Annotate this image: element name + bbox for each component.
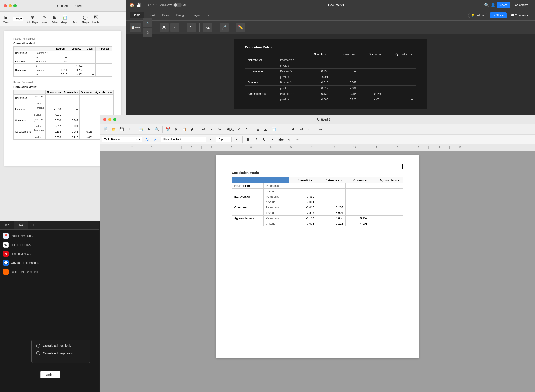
- lo-new-icon[interactable]: 📄: [102, 126, 109, 133]
- style-btn2-icon[interactable]: A↓: [152, 136, 159, 143]
- style-btn1-icon[interactable]: A↑: [144, 136, 151, 143]
- tell-me-button[interactable]: 💡 Tell me: [468, 13, 487, 18]
- lo-textbox-icon[interactable]: T: [279, 126, 286, 133]
- shape-toolbar-item[interactable]: ◯ Shape: [82, 14, 89, 24]
- maximize-button[interactable]: [14, 4, 17, 7]
- paste-button[interactable]: 📋Paste: [130, 23, 141, 32]
- styles-button[interactable]: Aa: [203, 23, 212, 32]
- add-page-toolbar-item[interactable]: ⊕ Add Page: [27, 14, 38, 24]
- more-icon[interactable]: •••: [153, 3, 157, 7]
- more-tabs-icon[interactable]: »: [205, 12, 211, 18]
- share-button-2[interactable]: ↗ Share: [490, 12, 507, 18]
- lo-close-button[interactable]: [103, 118, 107, 121]
- cut-icon[interactable]: ✂️: [143, 18, 152, 27]
- lo-paste-icon[interactable]: 📋: [181, 126, 188, 133]
- lo-page[interactable]: Correlation Matrix Neuroticism Extravers…: [216, 155, 419, 358]
- lo-doc-area[interactable]: Correlation Matrix Neuroticism Extravers…: [100, 151, 535, 392]
- comments-button[interactable]: Comments: [512, 2, 531, 8]
- size-select[interactable]: 12 pt: [216, 137, 232, 142]
- underline-dropdown-icon[interactable]: ▾: [269, 136, 276, 143]
- lo-maximize-button[interactable]: [113, 118, 116, 121]
- tab-item-1[interactable]: Tab: [0, 220, 14, 229]
- tab-item-3[interactable]: +: [28, 220, 39, 229]
- lo-save-icon[interactable]: 💾: [118, 126, 125, 133]
- view-toolbar-item[interactable]: ⊞ View: [3, 14, 9, 24]
- home-icon[interactable]: 🏠: [130, 2, 135, 7]
- browser-item-netflix[interactable]: N How To View Cli...: [0, 249, 99, 258]
- paragraph-button[interactable]: ¶: [187, 23, 196, 32]
- table-row: p-value 0.003 0.223 <.001 —: [245, 97, 416, 102]
- lo-minimize-button[interactable]: [108, 118, 111, 121]
- editor-button[interactable]: ✏️: [236, 23, 245, 32]
- insert-toolbar-item[interactable]: ✎ Insert: [41, 14, 48, 24]
- browser-item-html[interactable]: ⬡ pasteHTML - WebPlatf...: [0, 267, 99, 276]
- tab-home[interactable]: Home: [130, 12, 144, 19]
- people-icon[interactable]: 👤: [490, 2, 495, 7]
- dictate-button[interactable]: 🎤: [220, 23, 228, 32]
- underline-button[interactable]: U: [261, 136, 268, 143]
- minimize-button[interactable]: [9, 4, 12, 7]
- undo-arrow-icon[interactable]: ⟳: [148, 3, 151, 7]
- lo-sub-icon[interactable]: x₂: [306, 126, 313, 133]
- tab-design[interactable]: Design: [173, 12, 189, 18]
- close-button[interactable]: [4, 4, 7, 7]
- font-down-icon[interactable]: ▾: [170, 23, 179, 32]
- lo-more-icon[interactable]: ⋯▾: [317, 126, 324, 133]
- tab-item-2[interactable]: Tab: [14, 220, 28, 229]
- traffic-lights: [4, 4, 17, 7]
- paragraph-group: ¶: [187, 23, 196, 32]
- lightbulb-icon: 💡: [471, 14, 475, 17]
- lo-export-pdf-icon[interactable]: 📑: [137, 126, 144, 133]
- radio-positive[interactable]: [36, 344, 40, 348]
- lo-clone-icon[interactable]: 🖌: [189, 126, 196, 133]
- font-button[interactable]: A: [159, 23, 168, 32]
- radio-negative[interactable]: [36, 351, 40, 355]
- lo-undo-dropdown-icon[interactable]: ▾: [208, 126, 215, 133]
- font-select[interactable]: Liberation Serif: [161, 137, 206, 142]
- lo-print-icon[interactable]: 🖨: [145, 126, 153, 133]
- browser-item-maps[interactable]: 📍 Pacific Hwy - Go...: [0, 231, 99, 240]
- italic-button[interactable]: I: [253, 136, 260, 143]
- lo-undo-icon[interactable]: ↩: [200, 126, 207, 133]
- undo-icon[interactable]: ↩: [143, 2, 146, 7]
- lo-save-as-icon[interactable]: ⬇: [126, 126, 133, 133]
- lo-spellcheck-icon[interactable]: ABC: [227, 126, 234, 133]
- search-icon[interactable]: 🔍: [484, 2, 489, 7]
- save-icon[interactable]: 💾: [136, 2, 141, 7]
- lo-zoom-icon[interactable]: 🔍: [154, 126, 161, 133]
- lo-pilcrow-icon[interactable]: ¶: [243, 126, 250, 133]
- subscript-button[interactable]: x₂: [294, 136, 301, 143]
- style-select[interactable]: Table Heading ✓ ▾: [102, 137, 142, 142]
- lo-super-icon[interactable]: x²: [298, 126, 305, 133]
- strikethrough-button[interactable]: abc: [278, 136, 284, 143]
- text-toolbar-item[interactable]: T Text: [72, 14, 78, 24]
- tab-insert[interactable]: Insert: [145, 12, 158, 18]
- browser-item-chat[interactable]: 💬 Why can't I copy and p...: [0, 258, 99, 267]
- table-row: Neuroticism Pearson's r —: [245, 57, 416, 63]
- share-button[interactable]: Share: [497, 2, 510, 8]
- lo-folder-icon[interactable]: 📂: [110, 126, 117, 133]
- table-toolbar-item[interactable]: ⊞ Table: [51, 14, 58, 24]
- lo-copy-icon[interactable]: ⎘: [172, 126, 180, 133]
- lo-image-icon[interactable]: 🖼: [262, 126, 270, 133]
- copy-icon[interactable]: ⎘: [143, 28, 152, 37]
- lo-redo-icon[interactable]: ↪: [216, 126, 223, 133]
- doc1-page[interactable]: Correlation Matrix Neuroticism Extravers…: [234, 39, 427, 109]
- lo-table-icon[interactable]: ⊞: [254, 126, 261, 133]
- zoom-control[interactable]: 75% ▾: [13, 17, 23, 21]
- lo-cut-icon[interactable]: ✂️: [164, 126, 172, 133]
- size-dropdown-icon[interactable]: ▾: [233, 136, 240, 143]
- autosave-toggle[interactable]: [173, 3, 181, 7]
- bold-button[interactable]: B: [245, 136, 251, 143]
- tab-layout[interactable]: Layout: [189, 12, 205, 18]
- lo-spellcheck2-icon[interactable]: ✓: [235, 126, 242, 133]
- lo-chart-icon[interactable]: 📊: [270, 126, 278, 133]
- browser-item-wiki[interactable]: W List of cities in A...: [0, 240, 99, 249]
- comments-button-2[interactable]: 💬 Comments: [507, 12, 531, 19]
- tab-draw[interactable]: Draw: [159, 12, 172, 18]
- superscript-button[interactable]: x²: [286, 136, 293, 143]
- lo-strikethrough-icon[interactable]: A: [289, 126, 297, 133]
- media-toolbar-item[interactable]: 🖼 Media: [93, 14, 99, 24]
- font-dropdown-icon[interactable]: ▾: [207, 136, 214, 143]
- graph-toolbar-item[interactable]: 📊 Graph: [61, 14, 68, 24]
